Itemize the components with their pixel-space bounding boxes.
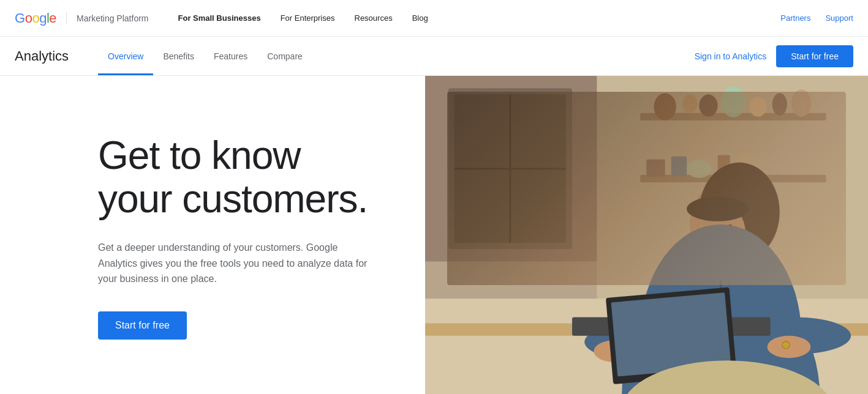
svg-point-29 [710,226,716,233]
svg-rect-16 [647,160,665,177]
svg-point-25 [700,163,780,262]
top-navigation: Google Marketing Platform For Small Busi… [0,0,868,37]
svg-point-28 [696,203,746,264]
subnav-compare[interactable]: Compare [257,37,312,75]
svg-rect-2 [448,88,572,249]
subnav-features[interactable]: Features [204,37,257,75]
hero-cta-button[interactable]: Start for free [98,311,187,340]
sub-navigation: Analytics Overview Benefits Features Com… [0,37,868,76]
svg-rect-8 [641,175,826,182]
top-nav-right: Partners Support [780,13,853,23]
logo-letter-g2: g [39,10,47,26]
sign-in-link[interactable]: Sign in to Analytics [695,51,767,61]
top-nav-links: For Small Businesses For Enterprises Res… [168,0,781,37]
sub-nav-right-actions: Sign in to Analytics Start for free [695,45,868,67]
svg-point-18 [687,160,711,178]
google-wordmark: Google [15,10,56,26]
nav-link-small-biz[interactable]: For Small Businesses [168,0,271,37]
logo-area[interactable]: Google Marketing Platform [15,10,149,26]
svg-point-15 [791,89,811,116]
svg-point-20 [734,153,757,177]
hero-left-content: Get to know your customers. Get a deeper… [0,76,425,394]
logo-letter-e: e [49,10,56,26]
partners-link[interactable]: Partners [780,13,810,23]
svg-point-9 [654,93,676,120]
svg-rect-17 [671,156,687,176]
svg-point-32 [687,196,749,221]
sub-nav-links: Overview Benefits Features Compare [98,37,695,75]
support-link[interactable]: Support [825,13,853,23]
logo-letter-o1: o [25,10,32,26]
svg-rect-33 [712,258,730,283]
svg-point-11 [700,94,718,116]
hero-image-area [425,76,868,394]
product-name: Marketing Platform [77,13,148,23]
svg-point-30 [727,225,733,232]
nav-link-resources[interactable]: Resources [345,0,402,37]
subnav-benefits[interactable]: Benefits [153,37,204,75]
logo-letter-o2: o [32,10,39,26]
svg-point-13 [750,97,767,116]
nav-link-blog[interactable]: Blog [402,0,438,37]
svg-rect-3 [455,94,566,243]
svg-rect-7 [641,113,826,121]
logo-separator [66,12,67,24]
svg-point-24 [690,181,764,268]
hero-section: Get to know your customers. Get a deeper… [0,76,868,394]
analytics-title: Analytics [15,48,69,64]
logo-letter-g: G [15,10,25,26]
nav-link-enterprises[interactable]: For Enterprises [271,0,345,37]
svg-point-14 [772,93,787,115]
hero-headline: Get to know your customers. [98,134,376,220]
hero-background-image [425,76,868,394]
svg-point-45 [782,341,790,349]
svg-rect-19 [718,155,730,176]
hero-description: Get a deeper understanding of your custo… [98,240,376,287]
svg-point-12 [721,86,745,117]
svg-point-31 [719,238,723,242]
hero-illustration [425,76,868,394]
svg-rect-1 [425,76,868,261]
svg-point-10 [682,94,697,113]
start-free-button-header[interactable]: Start for free [776,45,853,67]
subnav-overview[interactable]: Overview [98,37,153,75]
